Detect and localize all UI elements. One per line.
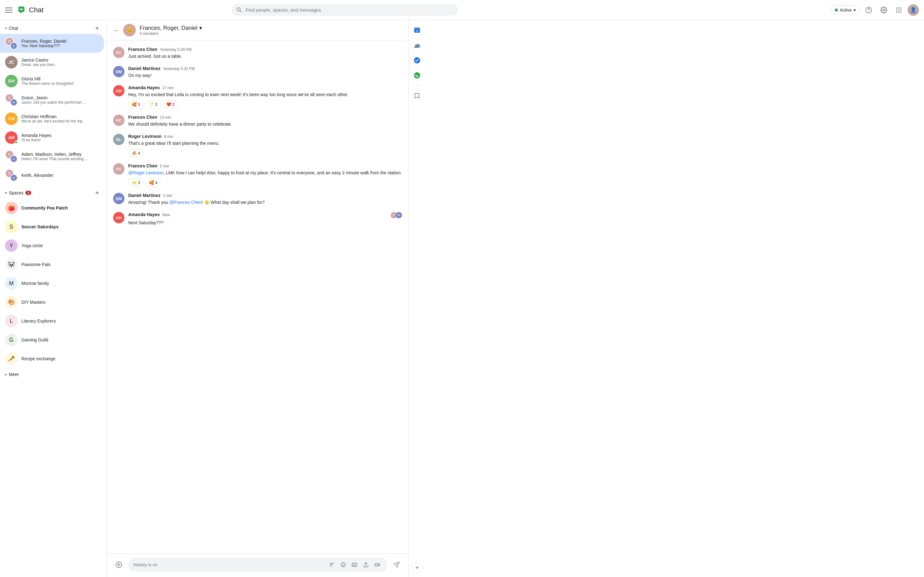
chat-logo-icon <box>16 5 26 15</box>
format-text-icon[interactable] <box>327 560 337 569</box>
meet-section-title: ▸ Meet <box>5 372 19 377</box>
meet-section-header[interactable]: ▸ Meet <box>0 368 107 378</box>
space-list-item[interactable]: S Soccer Saturdays <box>0 218 104 236</box>
group-avatar: F R <box>5 169 18 182</box>
mention-link[interactable]: @Frances Chen <box>170 200 202 205</box>
chat-list-item[interactable]: F R Grace, Jason Jason: Did you watch th… <box>0 90 104 109</box>
reaction-button[interactable]: 🥰 3 <box>128 100 144 108</box>
top-bar: Chat Active ▾ <box>0 0 924 20</box>
status-button[interactable]: Active ▾ <box>831 5 860 15</box>
reaction-button[interactable]: 🥰 4 <box>145 179 161 187</box>
chat-name-label: Gloria Hill <box>21 76 99 81</box>
reaction-button[interactable]: ❤️ 2 <box>163 100 178 108</box>
upload-icon[interactable] <box>361 560 370 569</box>
chat-list-item[interactable]: GH Gloria Hill The flowers were so thoug… <box>0 72 104 90</box>
message-text: On my way! <box>128 72 402 79</box>
svg-line-5 <box>240 10 241 11</box>
add-message-button[interactable] <box>113 559 124 571</box>
space-icon: 🍅 <box>5 201 18 214</box>
calendar-icon[interactable]: 31 <box>411 24 423 36</box>
chat-preview: Helen: Oh wow! That sounds exciting ... <box>21 157 99 161</box>
chat-name-label: Janice Castro <box>21 58 99 63</box>
space-icon: G <box>5 334 18 346</box>
chat-list-item[interactable]: JC Janice Castro Great, see you then. <box>0 53 104 72</box>
message: FC Frances Chen 15 min We should definit… <box>113 114 402 127</box>
sender-name: Frances Chen <box>128 114 157 120</box>
bookmark-icon[interactable] <box>411 90 423 102</box>
settings-button[interactable] <box>877 4 890 16</box>
space-list-item[interactable]: 🎨 DIY Masters <box>0 293 104 311</box>
add-panel-button[interactable]: + <box>411 562 423 573</box>
help-button[interactable] <box>863 4 875 16</box>
mention-link[interactable]: @Roger Levinson <box>128 170 163 175</box>
tasks-icon[interactable] <box>411 54 423 66</box>
space-icon: 🥕 <box>5 352 18 365</box>
reactions: 🥰 3🥂 2❤️ 2 <box>128 100 402 108</box>
message: FC Frances Chen 5 min @Roger Levinson, L… <box>113 163 402 187</box>
sender-name: Daniel Martinez <box>128 193 161 198</box>
avatar-wrap: F R <box>5 93 18 106</box>
message-header: Frances Chen 5 min <box>128 163 402 168</box>
video-icon[interactable] <box>372 560 382 569</box>
space-list-item[interactable]: G Gaming Guild <box>0 330 104 349</box>
message-input[interactable] <box>133 562 325 567</box>
send-button[interactable] <box>391 559 402 571</box>
phone-icon[interactable] <box>411 69 423 82</box>
message-content: Roger Levinson 8 min That's a great idea… <box>128 134 402 157</box>
apps-button[interactable] <box>893 4 905 16</box>
avatar-wrap: F R <box>5 150 18 163</box>
space-list-item[interactable]: 🥕 Recipe exchange <box>0 349 104 368</box>
reaction-button[interactable]: ⭐ 3 <box>128 179 144 187</box>
chat-info: Gloria Hill The flowers were so thoughtf… <box>21 76 99 86</box>
emoji-icon[interactable] <box>339 560 348 569</box>
avatar-wrap: F R <box>5 169 18 182</box>
chat-list-item[interactable]: F R Adam, Madison, Helen, Jeffrey Helen:… <box>0 147 104 166</box>
space-list-item[interactable]: L Literary Explorers <box>0 311 104 330</box>
hamburger-menu[interactable] <box>5 6 13 14</box>
message-header: Amanda Hayes Now F R <box>128 212 402 218</box>
gif-icon[interactable]: GIF <box>350 560 359 569</box>
message-text: Just arrived. Got us a table. <box>128 53 402 60</box>
spaces-section-header[interactable]: ▾ Spaces 2 + <box>0 185 107 198</box>
drive-icon[interactable] <box>411 39 423 52</box>
space-list-item[interactable]: M Monroe family <box>0 274 104 293</box>
message-time: 5 min <box>160 164 169 168</box>
search-input[interactable] <box>232 4 458 16</box>
space-name: Community Pea Patch <box>21 205 68 210</box>
message-text: Hey, I'm so excited that Leila is coming… <box>128 92 402 98</box>
message-text: Amazing! Thank you @Frances Chen! 👋 What… <box>128 199 402 206</box>
chat-list-item[interactable]: F R Keith, Alexander <box>0 166 104 185</box>
chat-list-item[interactable]: CH Christian Hoffman We're all set. He's… <box>0 109 104 128</box>
message: DM Daniel Martinez Yesterday 5:32 PM On … <box>113 66 402 79</box>
new-chat-button[interactable]: + <box>93 24 102 33</box>
chat-preview: You: Next Saturday??? <box>21 44 99 48</box>
group-avatar: F R <box>5 150 18 163</box>
chat-section-title: ▾ Chat <box>5 26 18 31</box>
message-content: Frances Chen 5 min @Roger Levinson, LMK … <box>128 163 402 187</box>
message-avatar: FC <box>113 47 124 58</box>
space-list-item[interactable]: 🍅 Community Pea Patch <box>0 198 104 218</box>
back-button[interactable]: ← <box>113 27 120 34</box>
sender-name: Roger Levinson <box>128 134 162 139</box>
chat-name-label: Keith, Alexander <box>21 173 99 178</box>
svg-point-11 <box>897 10 898 11</box>
new-space-button[interactable]: + <box>93 189 102 197</box>
header-avatar: 😊 <box>123 24 136 36</box>
reaction-button[interactable]: 🥂 2 <box>145 100 161 108</box>
message: DM Daniel Martinez 2 min Amazing! Thank … <box>113 193 402 206</box>
sender-name: Frances Chen <box>128 47 157 52</box>
chat-info: Adam, Madison, Helen, Jeffrey Helen: Oh … <box>21 152 99 161</box>
chat-list-item[interactable]: AH Amanda Hayes I'll be there! <box>0 128 104 147</box>
message-avatar: RL <box>113 134 124 145</box>
chat-list-item[interactable]: F R Frances, Roger, Daniel You: Next Sat… <box>0 34 104 53</box>
reaction-button[interactable]: 🔥 4 <box>128 149 144 157</box>
status-label: Active <box>840 8 852 13</box>
right-icons: Active ▾ 👤 <box>831 4 919 16</box>
chat-section-header[interactable]: ▾ Chat + <box>0 20 107 34</box>
user-avatar[interactable]: 👤 <box>908 5 919 16</box>
chat-preview: Great, see you then. <box>21 63 99 67</box>
chat-name[interactable]: Frances, Roger, Daniel ▾ <box>139 24 402 31</box>
chat-info: Keith, Alexander <box>21 173 99 178</box>
space-list-item[interactable]: Y Yoga circle <box>0 236 104 255</box>
space-list-item[interactable]: 🐼 Pawsome Pals <box>0 255 104 274</box>
